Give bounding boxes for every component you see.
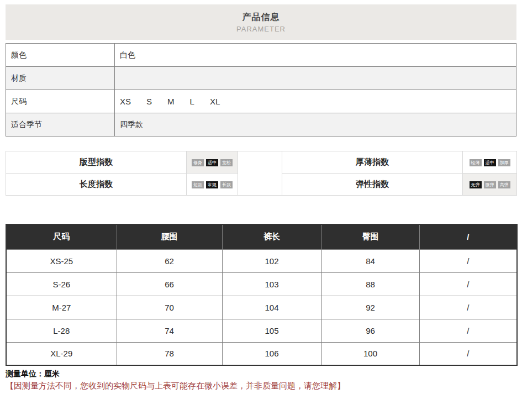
index-label: 版型指数 (6, 151, 187, 174)
size-option: M (167, 97, 175, 106)
attribute-size-options: XSSMLXL (115, 90, 516, 113)
size-chart-header: 臀围 (321, 224, 419, 249)
index-level: 微弹 (484, 181, 496, 188)
attribute-value: 白色 (115, 44, 516, 67)
size-chart-row: XL-2978106100/ (6, 342, 517, 365)
index-level: 轻薄 (470, 159, 482, 166)
size-option: XS (120, 97, 131, 106)
attribute-row-season: 适合季节 四季款 (6, 113, 516, 136)
size-chart-cell: 104 (222, 296, 321, 319)
measurement-unit-note: 测量单位：厘米 (6, 369, 516, 379)
size-chart-cell: 100 (321, 342, 419, 365)
size-chart-cell: / (419, 249, 517, 272)
attribute-label: 尺码 (6, 90, 115, 113)
size-chart-header: 尺码 (6, 224, 117, 249)
attribute-label: 材质 (6, 67, 115, 90)
size-chart-cell: 66 (117, 272, 222, 296)
size-chart-cell: 78 (117, 342, 222, 365)
index-scale: 短款常规长款 (187, 174, 238, 196)
size-chart-cell: 88 (321, 272, 419, 296)
index-level: 加厚 (498, 159, 510, 166)
index-level: 修身 (192, 159, 204, 166)
size-chart-row: XS-256210284/ (6, 249, 517, 272)
attribute-row-material: 材质 (6, 67, 516, 90)
size-chart-row: M-277010492/ (6, 296, 517, 319)
attribute-row-color: 颜色 白色 (6, 44, 516, 67)
size-chart-cell: L-28 (6, 319, 117, 342)
size-chart-cell: / (419, 272, 517, 296)
size-chart-row: S-266610388/ (6, 272, 517, 296)
size-chart-cell: XS-25 (6, 249, 117, 272)
fit-index-table: 版型指数 修身适中宽松 厚薄指数 轻薄适中加厚 长度指数 短款常规长款 弹性指数… (6, 151, 517, 196)
attribute-label: 颜色 (6, 44, 115, 67)
size-chart-cell: / (419, 342, 517, 365)
size-option: L (190, 97, 194, 106)
attribute-label: 适合季节 (6, 113, 115, 136)
attribute-value: 四季款 (115, 113, 516, 136)
index-level-selected: 适中 (484, 159, 496, 166)
attribute-value (115, 67, 516, 90)
index-label: 长度指数 (6, 174, 187, 196)
size-chart-cell: / (419, 319, 517, 342)
size-chart-table: 尺码 腰围 裤长 臀围 / XS-256210284/S-266610388/M… (6, 224, 518, 366)
size-chart-cell: 92 (321, 296, 419, 319)
index-scale: 无弹微弹高弹 (463, 174, 517, 196)
size-chart-cell: 70 (117, 296, 222, 319)
size-chart-cell: 96 (321, 319, 419, 342)
size-chart-cell: / (419, 296, 517, 319)
size-chart-cell: M-27 (6, 296, 117, 319)
index-level-selected: 适中 (206, 159, 218, 166)
size-chart-cell: S-26 (6, 272, 117, 296)
index-level: 宽松 (220, 159, 233, 166)
size-chart-cell: 103 (222, 272, 321, 296)
section-subtitle: PARAMETER (236, 25, 286, 33)
index-level-selected: 无弹 (470, 181, 482, 188)
size-chart-cell: 84 (321, 249, 419, 272)
index-label: 弹性指数 (282, 174, 463, 196)
measurement-disclaimer: 【因测量方法不同，您收到的实物尺码与上表可能存在微小误差，并非质量问题，请您理解… (6, 381, 516, 391)
size-option: S (146, 97, 152, 106)
size-chart-cell: 74 (117, 319, 222, 342)
index-level: 高弹 (498, 181, 510, 188)
index-scale: 轻薄适中加厚 (463, 151, 517, 174)
attribute-row-size: 尺码 XSSMLXL (6, 90, 516, 113)
index-scale: 修身适中宽松 (187, 151, 238, 174)
size-chart-cell: 106 (222, 342, 321, 365)
product-attributes-table: 颜色 白色 材质 尺码 XSSMLXL 适合季节 四季款 (6, 43, 516, 136)
product-info-page: 产品信息 PARAMETER 颜色 白色 材质 尺码 XSSMLXL 适合季节 … (0, 0, 522, 391)
section-title: 产品信息 (242, 12, 280, 23)
index-table-spacer (238, 151, 282, 196)
size-chart-cell: 62 (117, 249, 222, 272)
size-option: XL (210, 97, 220, 106)
section-header: 产品信息 PARAMETER (6, 4, 516, 40)
index-level: 短款 (192, 181, 204, 188)
size-chart-header-row: 尺码 腰围 裤长 臀围 / (6, 224, 517, 249)
size-chart-cell: XL-29 (6, 342, 117, 365)
size-chart-row: L-287410596/ (6, 319, 517, 342)
index-level: 长款 (220, 181, 233, 188)
size-chart-header: 腰围 (117, 224, 222, 249)
size-chart-cell: 102 (222, 249, 321, 272)
size-chart-cell: 105 (222, 319, 321, 342)
size-chart-header: / (419, 224, 517, 249)
size-chart-header: 裤长 (222, 224, 321, 249)
index-level-selected: 常规 (206, 181, 218, 188)
index-label: 厚薄指数 (282, 151, 463, 174)
